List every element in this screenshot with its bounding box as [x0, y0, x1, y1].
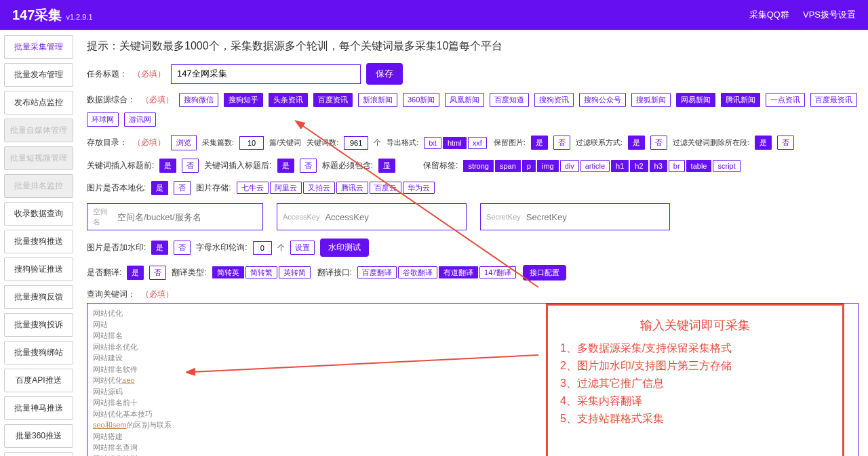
translate-type-2[interactable]: 英转简 [279, 266, 311, 278]
image-store-2[interactable]: 又拍云 [303, 182, 335, 194]
translate-api-2[interactable]: 有道翻译 [439, 266, 478, 278]
filter-contact-yes[interactable]: 是 [628, 136, 645, 150]
access-key-input[interactable] [325, 212, 460, 222]
source-tag-2[interactable]: 头条资讯 [269, 93, 308, 107]
access-key-label: AccessKey [283, 213, 319, 221]
keep-tag-h3[interactable]: h3 [650, 160, 667, 172]
source-tag-9[interactable]: 搜狗公众号 [579, 93, 626, 107]
secret-key-field[interactable]: SecretKey [480, 203, 670, 230]
filter-delete-para-no[interactable]: 否 [777, 136, 794, 150]
keywords-textarea[interactable]: 网站优化网站网站排名网站排名优化网站建设网站排名软件网站优化seo网站源码网站排… [87, 303, 859, 456]
access-key-field[interactable]: AccessKey [277, 203, 467, 230]
source-tag-7[interactable]: 百度知道 [490, 93, 529, 107]
source-tag-5[interactable]: 360新闻 [403, 93, 439, 107]
sidebar-item-1[interactable]: 批量发布管理 [4, 63, 73, 87]
task-title-required: （必填） [133, 68, 165, 80]
keep-tag-article[interactable]: article [580, 160, 610, 172]
watermark-round-unit: 个 [277, 243, 285, 253]
keep-tag-h2[interactable]: h2 [630, 160, 648, 172]
keyword-count-input[interactable] [344, 136, 368, 150]
image-store-4[interactable]: 百度云 [370, 182, 401, 194]
translate-api-3[interactable]: 147翻译 [479, 266, 516, 278]
sidebar-item-11[interactable]: 批量搜狗绑站 [4, 341, 73, 365]
image-localize-no[interactable]: 否 [174, 181, 191, 195]
image-store-3[interactable]: 腾讯云 [336, 182, 368, 194]
keep-tag-br[interactable]: br [669, 160, 685, 172]
keep-tag-p[interactable]: p [522, 160, 536, 172]
translate-yes[interactable]: 是 [127, 266, 144, 280]
keep-image-yes[interactable]: 是 [531, 136, 548, 150]
keep-tag-h1[interactable]: h1 [611, 160, 629, 172]
watermark-round-input[interactable] [253, 241, 272, 255]
translate-no[interactable]: 否 [149, 266, 166, 280]
task-title-input[interactable] [171, 64, 361, 84]
filter-contact-no[interactable]: 否 [650, 136, 667, 150]
translate-type-1[interactable]: 简转繁 [245, 266, 277, 278]
source-tag-1[interactable]: 搜狗知乎 [224, 93, 263, 107]
sidebar-item-0[interactable]: 批量采集管理 [4, 35, 73, 59]
source-tag-16[interactable]: 游讯网 [124, 112, 156, 127]
source-tag-3[interactable]: 百度资讯 [313, 93, 353, 107]
source-tag-12[interactable]: 腾讯新闻 [721, 93, 760, 107]
keep-image-no[interactable]: 否 [553, 136, 570, 150]
keep-tag-strong[interactable]: strong [463, 160, 494, 172]
space-name-field[interactable]: 空间名 [87, 203, 263, 230]
sidebar-item-14[interactable]: 批量360推送 [4, 424, 73, 448]
sidebar-item-13[interactable]: 批量神马推送 [4, 396, 73, 420]
top-bar: 147采集 v1.2.9.1 采集QQ群 VPS拨号设置 [0, 0, 868, 30]
source-tag-13[interactable]: 一点资讯 [766, 93, 805, 107]
translate-type-label: 翻译类型: [172, 267, 206, 278]
watermark-test-button[interactable]: 水印测试 [320, 239, 369, 257]
kw-prefix-no[interactable]: 否 [182, 159, 199, 173]
browse-button[interactable]: 浏览 [171, 135, 197, 150]
kw-suffix-no[interactable]: 否 [300, 159, 317, 173]
sidebar-item-10[interactable]: 批量搜狗投诉 [4, 313, 73, 337]
translate-type-0[interactable]: 简转英 [212, 266, 244, 278]
source-tag-0[interactable]: 搜狗微信 [179, 93, 218, 107]
image-store-1[interactable]: 阿里云 [270, 182, 302, 194]
source-tag-10[interactable]: 搜狐新闻 [631, 93, 671, 107]
export-format-html[interactable]: html [443, 137, 467, 149]
space-name-input[interactable] [117, 212, 257, 222]
watermark-yes[interactable]: 是 [151, 241, 168, 255]
keep-tag-span[interactable]: span [495, 160, 521, 172]
collect-count-unit: 篇/关键词 [269, 138, 301, 148]
secret-key-input[interactable] [526, 212, 664, 222]
sidebar-item-2[interactable]: 发布站点监控 [4, 91, 73, 115]
watermark-set-button[interactable]: 设置 [290, 241, 315, 255]
source-tag-8[interactable]: 搜狗资讯 [534, 93, 574, 107]
sidebar-item-6[interactable]: 收录数据查询 [4, 202, 73, 226]
source-tag-14[interactable]: 百度最资讯 [810, 93, 857, 107]
export-format-xxf[interactable]: xxf [468, 137, 487, 149]
source-tag-15[interactable]: 环球网 [87, 112, 119, 127]
filter-delete-para-yes[interactable]: 是 [755, 136, 772, 150]
save-button[interactable]: 保存 [366, 63, 403, 85]
keep-tag-script[interactable]: script [713, 160, 740, 172]
translate-api-0[interactable]: 百度翻译 [357, 266, 397, 278]
source-tag-11[interactable]: 网易新闻 [676, 93, 715, 107]
export-format-txt[interactable]: txt [424, 137, 441, 149]
source-tag-4[interactable]: 新浪新闻 [358, 93, 397, 107]
sidebar-item-7[interactable]: 批量搜狗推送 [4, 230, 73, 253]
keep-tag-table[interactable]: table [686, 160, 712, 172]
nav-qq-group[interactable]: 采集QQ群 [749, 9, 789, 21]
image-store-5[interactable]: 华为云 [403, 182, 435, 194]
keep-tag-img[interactable]: img [537, 160, 559, 172]
kw-prefix-yes[interactable]: 是 [159, 159, 176, 173]
watermark-no[interactable]: 否 [174, 241, 191, 255]
nav-vps-dial[interactable]: VPS拨号设置 [803, 9, 856, 21]
sidebar-item-12[interactable]: 百度API推送 [4, 369, 73, 392]
collect-count-input[interactable] [239, 136, 264, 150]
api-config-button[interactable]: 接口配置 [523, 265, 566, 281]
keep-tag-div[interactable]: div [560, 160, 579, 172]
sidebar-item-9[interactable]: 批量搜狗反馈 [4, 285, 73, 309]
sidebar-item-15[interactable]: 链接生成工具 [4, 452, 73, 456]
sidebar-item-8[interactable]: 搜狗验证推送 [4, 257, 73, 281]
source-tag-6[interactable]: 凤凰新闻 [445, 93, 484, 107]
image-localize-yes[interactable]: 是 [151, 181, 168, 195]
image-store-0[interactable]: 七牛云 [237, 182, 269, 194]
kw-suffix-yes[interactable]: 是 [277, 159, 294, 173]
image-localize-label: 图片是否本地化: [87, 182, 146, 194]
title-must-opt1[interactable]: 显 [378, 159, 395, 173]
translate-api-1[interactable]: 谷歌翻译 [398, 266, 437, 278]
